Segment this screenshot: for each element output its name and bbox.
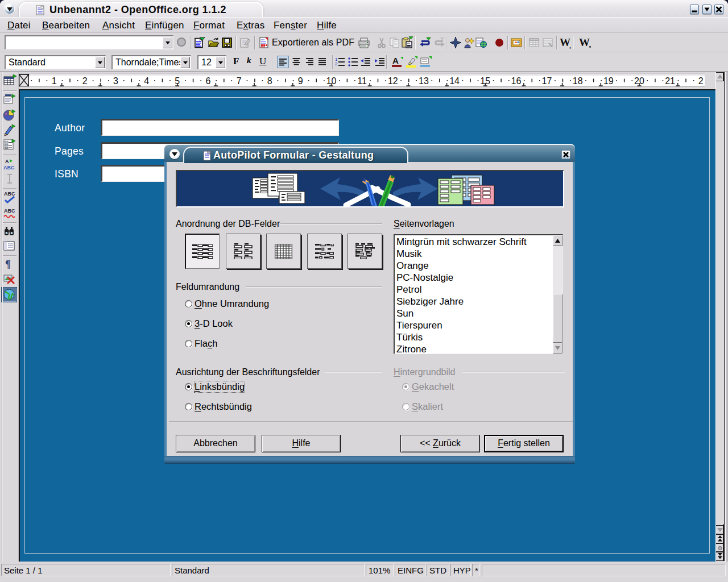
svg-text:16: 16 xyxy=(511,76,522,86)
svg-text:2: 2 xyxy=(698,76,704,86)
svg-text:ABC: ABC xyxy=(4,191,15,197)
svg-text:,: , xyxy=(569,41,571,49)
svg-text:3: 3 xyxy=(113,76,118,86)
svg-text:2: 2 xyxy=(335,61,338,66)
svg-text:12: 12 xyxy=(388,76,398,86)
svg-text:8: 8 xyxy=(267,76,272,86)
svg-text:A: A xyxy=(392,56,399,65)
svg-text:W: W xyxy=(579,36,590,48)
svg-text:14: 14 xyxy=(449,76,460,86)
svg-text:9: 9 xyxy=(298,76,303,86)
svg-text:19: 19 xyxy=(603,76,614,86)
svg-text:17: 17 xyxy=(542,76,552,86)
svg-text:13: 13 xyxy=(419,76,429,86)
svg-text:6: 6 xyxy=(205,76,210,86)
svg-text:2: 2 xyxy=(82,76,88,86)
svg-text:¶: ¶ xyxy=(5,259,11,270)
svg-text:18: 18 xyxy=(573,76,583,86)
svg-text:ABC: ABC xyxy=(3,165,15,171)
svg-text:1: 1 xyxy=(52,76,57,86)
svg-text:4: 4 xyxy=(144,76,149,86)
svg-text:7: 7 xyxy=(237,76,242,86)
svg-text:21: 21 xyxy=(665,76,675,86)
svg-text:ABC: ABC xyxy=(4,208,15,214)
svg-text:A: A xyxy=(5,159,9,164)
svg-text:11: 11 xyxy=(357,76,367,86)
